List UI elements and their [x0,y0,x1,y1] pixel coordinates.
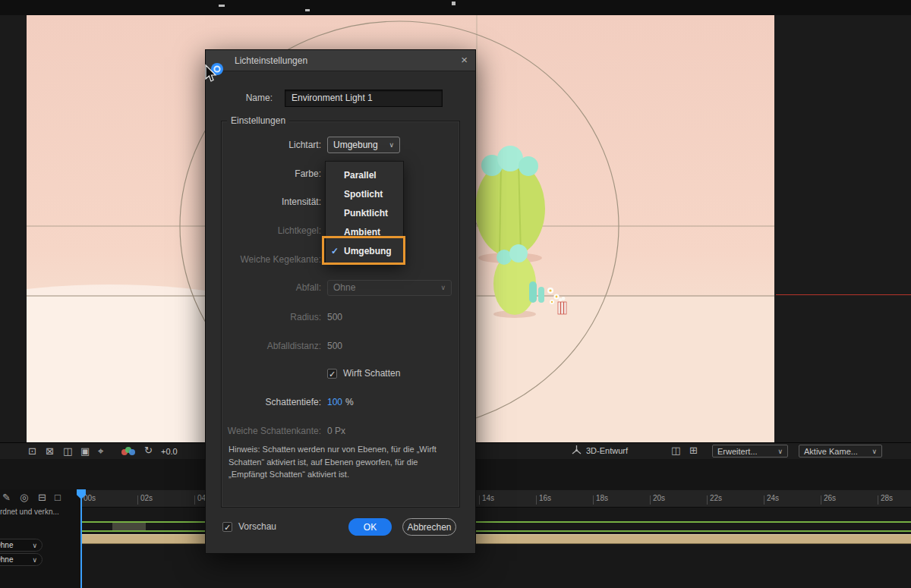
falloff-value: Ohne [333,282,355,293]
casts-shadows-label: Wirft Schatten [343,368,400,379]
settings-group-label: Einstellungen [227,115,289,126]
fast-previews-dropdown[interactable]: Erweitert... ∨ [712,445,788,458]
menu-item-parallel[interactable]: Parallel [326,165,403,184]
chevron-down-icon: ∨ [32,556,37,564]
chevron-down-icon: ∨ [440,284,446,291]
work-area-segment[interactable] [112,523,146,530]
shadow-darkness-row: Schattentiefe: 100 % [219,394,462,410]
falloff-label: Abfall: [219,282,321,293]
menu-item-label: Parallel [344,170,377,181]
casts-shadows-checkbox[interactable]: ✓ [327,369,337,379]
large-bush [475,146,545,256]
shadow-diffusion-row: Weiche Schattenkante: 0 Px [219,423,462,439]
renderer-label: 3D-Entwurf [586,446,628,455]
menu-item-label: Spotlicht [344,189,383,200]
chevron-down-icon: ∨ [32,542,37,549]
viewport-marker [305,9,310,11]
parent-link-value: Ohne [0,541,13,549]
layer-name-truncated: rdnet und verkn... [0,508,59,516]
snapshot-icon[interactable]: ⌖ [98,445,103,458]
shadow-diffusion-label: Weiche Schattenkante: [219,426,321,436]
light-type-menu: Parallel Spotlicht Punktlicht Ambient ✓ … [325,161,404,264]
shadow-diffusion-value: 0 Px [327,426,345,436]
transparency-grid-icon[interactable]: ⊠ [46,445,54,458]
ok-button[interactable]: OK [348,518,392,536]
time-tick: 20s [653,494,665,502]
pen-icon[interactable]: ✎ [2,492,11,503]
selected-layer-guide-line [776,294,911,295]
share-view-icon[interactable]: ⊞ [689,445,698,457]
mask-visibility-icon[interactable]: ◫ [63,445,72,458]
top-panel-strip [0,0,911,15]
time-tick: 18s [596,494,608,502]
parent-link-value: Ohne [0,555,13,564]
preview-checkbox[interactable]: ✓ [222,522,232,532]
layer-switches-icon[interactable]: □ [55,492,61,503]
playhead-line[interactable] [80,489,82,588]
parent-link-dropdown[interactable]: Ohne ∨ [0,539,43,552]
name-label: Name: [219,93,273,103]
light-settings-dialog: Lichteinstellungen × Name: Environment L… [205,49,476,554]
menu-item-label: Punktlicht [344,208,388,219]
shadow-darkness-label: Schattentiefe: [219,397,321,407]
view-layout-icon[interactable]: ◫ [671,445,680,457]
chevron-down-icon: ∨ [777,448,783,455]
radius-value: 500 [327,312,342,322]
time-tick: 28s [881,494,893,502]
reset-exposure-icon[interactable]: ↻ [144,445,153,457]
shadow-darkness-value[interactable]: 100 [327,397,342,407]
close-icon[interactable]: × [461,53,468,66]
light-type-dropdown[interactable]: Umgebung ∨ [327,137,400,153]
timeline-left-controls: ✎ ◎ ⊟ □ rdnet und verkn... Ohne ∨ Ohne ∨ [0,489,82,588]
time-tick: 24s [767,494,779,502]
radius-row: Radius: 500 [219,309,462,325]
time-tick: 02s [140,494,153,502]
parent-link-dropdown[interactable]: Ohne ∨ [0,553,43,566]
falloff-distance-value: 500 [327,341,342,351]
shadow-hint-text: Hinweis: Schatten werden nur von Ebenen,… [229,443,457,481]
region-of-interest-icon[interactable]: ▣ [80,445,90,458]
preview-label: Vorschau [238,521,276,532]
menu-item-ambient[interactable]: Ambient [326,222,403,241]
falloff-distance-row: Abfalldistanz: 500 [219,338,462,354]
shadow-darkness-unit: % [345,397,354,407]
grid-guides-icon[interactable]: ⊡ [28,445,36,458]
falloff-distance-label: Abfalldistanz: [219,341,321,351]
light-type-row: Lichtart: Umgebung ∨ [219,137,462,153]
radius-label: Radius: [219,312,321,322]
menu-item-environment[interactable]: ✓ Umgebung [326,241,403,260]
time-tick: 14s [482,494,494,502]
menu-item-label: Umgebung [344,246,392,256]
exposure-value[interactable]: +0.0 [161,447,178,456]
renderer-button[interactable]: 3D-Entwurf [571,445,628,456]
show-channels-icon[interactable] [121,447,137,457]
falloff-row: Abfall: Ohne ∨ [219,279,462,296]
viewport-marker [452,2,456,5]
timeline-ruler[interactable]: 00s 02s 04s 06s 08s 10s 12s 14s 16s 18s … [65,490,911,508]
chevron-down-icon: ∨ [872,448,877,455]
menu-item-spotlight[interactable]: Spotlicht [326,184,403,203]
frame-blend-icon[interactable]: ⊟ [38,492,46,503]
cone-feather-label: Weiche Kegelkante: [219,254,321,265]
light-type-label: Lichtart: [219,140,321,150]
dialog-title: Lichteinstellungen [235,55,307,66]
3d-axis-icon [571,445,582,456]
dialog-titlebar[interactable]: Lichteinstellungen × [206,50,475,71]
cone-angle-label: Lichtkegel: [219,225,321,236]
active-camera-value: Aktive Kame... [804,447,858,456]
active-camera-dropdown[interactable]: Aktive Kame... ∨ [799,445,882,458]
menu-item-pointlight[interactable]: Punktlicht [326,203,403,222]
color-label: Farbe: [219,168,321,179]
after-effects-window: ⊡ ⊠ ◫ ▣ ⌖ ↻ +0.0 3D-Entwurf ◫ ⊞ Erweiter… [0,0,911,588]
time-tick: 16s [539,494,551,502]
light-name-input[interactable]: Environment Light 1 [285,90,443,107]
chevron-down-icon: ∨ [389,141,394,149]
name-row: Name: Environment Light 1 [219,90,462,106]
fast-previews-value: Erweitert... [717,447,758,456]
falloff-dropdown: Ohne ∨ [327,280,452,296]
time-tick: 26s [824,494,836,502]
light-type-value: Umgebung [333,140,378,150]
cancel-button[interactable]: Abbrechen [402,518,456,536]
motion-blur-icon[interactable]: ◎ [20,492,28,503]
intensity-label: Intensität: [219,197,321,207]
